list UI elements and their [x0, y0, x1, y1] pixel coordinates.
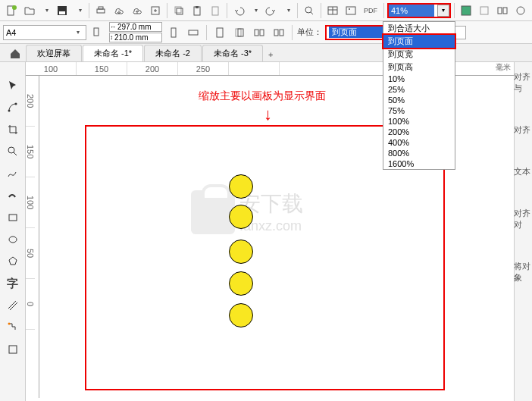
paper-size-value: A4 [6, 28, 16, 37]
fullscreen-icon[interactable] [458, 2, 474, 19]
svg-rect-8 [177, 8, 183, 14]
table-icon[interactable] [324, 2, 341, 19]
svg-rect-24 [217, 28, 223, 37]
new-icon[interactable] [3, 2, 20, 19]
clipboard-icon[interactable] [207, 2, 224, 19]
zoom-option-page[interactable]: 到页面 [383, 35, 455, 48]
svg-rect-10 [196, 6, 199, 8]
ruler-vertical: 200 150 100 50 0 [26, 76, 39, 398]
svg-rect-3 [59, 11, 65, 14]
svg-point-33 [8, 147, 14, 153]
docker-tab-align2[interactable]: 对齐 [514, 120, 532, 140]
cloud-up-icon[interactable] [129, 2, 146, 19]
zoom-option-1600[interactable]: 1600% [383, 158, 455, 169]
yellow-circle[interactable] [229, 205, 253, 229]
text-tool-icon[interactable]: 字 [3, 274, 23, 293]
zoom-option-10[interactable]: 10% [383, 74, 455, 84]
svg-rect-7 [175, 7, 181, 13]
zoom-combo[interactable]: ▾ [387, 3, 451, 18]
landscape-icon[interactable] [185, 24, 202, 41]
ellipse-tool-icon[interactable] [3, 230, 23, 249]
cloud-down-icon[interactable] [111, 2, 127, 19]
publish-icon[interactable] [512, 2, 529, 19]
svg-point-12 [305, 7, 311, 13]
chevron-down-icon[interactable]: ▾ [77, 29, 83, 36]
svg-rect-16 [462, 6, 471, 15]
chevron-down-icon[interactable]: ▾ [79, 7, 86, 14]
polygon-tool-icon[interactable] [3, 252, 23, 271]
zoom-option-100[interactable]: 100% [383, 116, 455, 127]
pick-tool-icon[interactable] [3, 76, 23, 96]
svg-rect-34 [9, 215, 17, 221]
chevron-down-icon[interactable]: ▾ [45, 7, 52, 14]
zoom-tool-icon[interactable] [3, 142, 23, 161]
svg-rect-22 [171, 28, 176, 37]
zoom-input[interactable] [389, 5, 434, 17]
rectangle-tool-icon[interactable] [3, 208, 23, 227]
redo-icon[interactable] [263, 2, 280, 19]
toolbar-main: ▾ ▾ ▾ ▾ PDF ▾ [0, 0, 532, 21]
page-width-input[interactable] [116, 23, 152, 31]
portrait-icon[interactable] [165, 24, 182, 41]
home-icon[interactable] [8, 46, 23, 61]
docker-tab-align3[interactable]: 对齐对 [514, 203, 532, 235]
ruler-unit-label: 毫米 [496, 62, 511, 73]
parallel-dim-icon[interactable] [3, 296, 23, 315]
spread-icon[interactable] [251, 24, 268, 41]
page-height-input[interactable] [113, 33, 149, 42]
image-icon[interactable] [343, 2, 359, 19]
docker-tab-text[interactable]: 文本 [514, 161, 532, 182]
zoom-option-height[interactable]: 到页高 [383, 61, 455, 74]
svg-rect-14 [346, 7, 355, 14]
svg-point-15 [349, 8, 350, 10]
tab-untitled-1[interactable]: 未命名 -1* [83, 45, 143, 61]
yellow-circle[interactable] [229, 240, 253, 264]
shape-tool-icon[interactable] [3, 98, 23, 117]
export-icon[interactable] [147, 2, 164, 19]
layout-icon[interactable] [494, 2, 511, 19]
svg-point-35 [9, 237, 17, 243]
zoom-option-50[interactable]: 50% [383, 95, 455, 105]
docker-tab-object[interactable]: 将对象 [514, 256, 532, 288]
yellow-circle[interactable] [229, 271, 253, 296]
tab-untitled-2[interactable]: 未命名 -2 [144, 45, 202, 61]
undo-icon[interactable] [230, 2, 247, 19]
page-icon[interactable] [211, 24, 228, 41]
chevron-down-icon[interactable]: ▾ [255, 7, 261, 14]
svg-rect-28 [260, 30, 264, 36]
svg-rect-4 [97, 9, 105, 13]
zoom-option-800[interactable]: 800% [383, 148, 455, 158]
zoom-option-width[interactable]: 到页宽 [383, 48, 455, 61]
yellow-circle[interactable] [229, 174, 253, 199]
print-icon[interactable] [92, 2, 109, 19]
copy-icon[interactable] [171, 2, 187, 19]
yellow-circle[interactable] [229, 303, 253, 327]
effects-tool-icon[interactable] [3, 340, 23, 359]
grid-icon[interactable] [476, 2, 493, 19]
search-icon[interactable] [301, 2, 318, 19]
tab-untitled-3[interactable]: 未命名 -3* [202, 45, 263, 61]
pdf-export-button[interactable]: PDF [361, 2, 380, 19]
zoom-dropdown-button[interactable]: ▾ [437, 5, 449, 17]
paper-size-combo[interactable]: A4 ▾ [3, 25, 86, 40]
pages-icon[interactable] [231, 24, 248, 41]
zoom-option-25[interactable]: 25% [383, 84, 455, 95]
paste-icon[interactable] [189, 2, 205, 19]
zoom-option-75[interactable]: 75% [383, 105, 455, 116]
artistic-media-icon[interactable] [3, 186, 23, 205]
right-panel-tabs: 对齐与 对齐 文本 对齐对 将对象 [514, 67, 532, 309]
open-icon[interactable] [21, 2, 38, 19]
zoom-option-400[interactable]: 400% [383, 137, 455, 148]
svg-rect-17 [480, 7, 488, 14]
chevron-down-icon[interactable]: ▾ [287, 7, 294, 14]
docker-tab-align[interactable]: 对齐与 [514, 67, 532, 99]
crop-tool-icon[interactable] [3, 120, 23, 139]
save-icon[interactable] [54, 2, 70, 19]
orientation-icon[interactable] [89, 24, 106, 41]
zoom-option-200[interactable]: 200% [383, 127, 455, 137]
connector-tool-icon[interactable] [3, 318, 23, 337]
facing-icon[interactable] [271, 24, 287, 41]
tab-welcome[interactable]: 欢迎屏幕 [26, 45, 82, 61]
freehand-tool-icon[interactable] [3, 164, 23, 183]
add-tab-button[interactable]: + [264, 48, 277, 61]
